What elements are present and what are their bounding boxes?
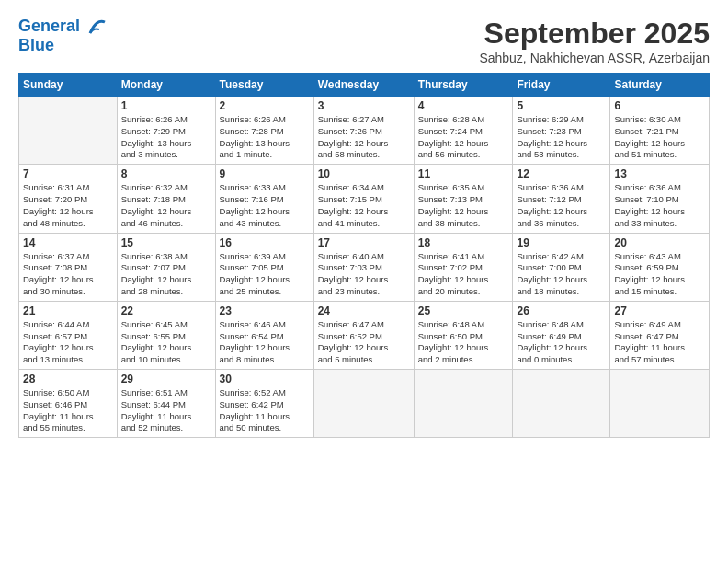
table-row: 11Sunrise: 6:35 AM Sunset: 7:13 PM Dayli…	[414, 165, 513, 233]
day-number: 8	[121, 167, 211, 180]
calendar-week-row: 14Sunrise: 6:37 AM Sunset: 7:08 PM Dayli…	[19, 233, 710, 301]
table-row: 26Sunrise: 6:48 AM Sunset: 6:49 PM Dayli…	[513, 301, 610, 369]
day-info: Sunrise: 6:31 AM Sunset: 7:20 PM Dayligh…	[23, 182, 113, 229]
day-info: Sunrise: 6:51 AM Sunset: 6:44 PM Dayligh…	[121, 387, 211, 434]
day-number: 7	[23, 167, 113, 180]
calendar-table: Sunday Monday Tuesday Wednesday Thursday…	[18, 73, 710, 438]
logo: General Blue	[18, 17, 107, 55]
day-number: 25	[418, 304, 509, 317]
day-number: 14	[23, 236, 113, 249]
calendar-week-row: 1Sunrise: 6:26 AM Sunset: 7:29 PM Daylig…	[19, 97, 710, 165]
day-info: Sunrise: 6:45 AM Sunset: 6:55 PM Dayligh…	[121, 319, 211, 366]
day-info: Sunrise: 6:28 AM Sunset: 7:24 PM Dayligh…	[418, 114, 509, 161]
day-info: Sunrise: 6:49 AM Sunset: 6:47 PM Dayligh…	[614, 319, 705, 366]
header-thursday: Thursday	[414, 74, 513, 97]
logo-text: General	[18, 17, 107, 37]
table-row: 9Sunrise: 6:33 AM Sunset: 7:16 PM Daylig…	[215, 165, 313, 233]
table-row: 5Sunrise: 6:29 AM Sunset: 7:23 PM Daylig…	[513, 97, 610, 165]
day-info: Sunrise: 6:50 AM Sunset: 6:46 PM Dayligh…	[23, 387, 113, 434]
table-row: 18Sunrise: 6:41 AM Sunset: 7:02 PM Dayli…	[414, 233, 513, 301]
calendar-week-row: 28Sunrise: 6:50 AM Sunset: 6:46 PM Dayli…	[19, 370, 710, 438]
day-number: 13	[614, 167, 705, 180]
table-row: 28Sunrise: 6:50 AM Sunset: 6:46 PM Dayli…	[19, 370, 118, 438]
day-number: 11	[418, 167, 509, 180]
table-row: 27Sunrise: 6:49 AM Sunset: 6:47 PM Dayli…	[610, 301, 710, 369]
day-info: Sunrise: 6:37 AM Sunset: 7:08 PM Dayligh…	[23, 251, 113, 298]
day-number: 2	[220, 99, 310, 112]
day-info: Sunrise: 6:46 AM Sunset: 6:54 PM Dayligh…	[220, 319, 310, 366]
day-number: 5	[517, 99, 606, 112]
table-row: 21Sunrise: 6:44 AM Sunset: 6:57 PM Dayli…	[19, 301, 118, 369]
day-number: 15	[121, 236, 211, 249]
header-tuesday: Tuesday	[215, 74, 313, 97]
table-row: 12Sunrise: 6:36 AM Sunset: 7:12 PM Dayli…	[513, 165, 610, 233]
table-row: 2Sunrise: 6:26 AM Sunset: 7:28 PM Daylig…	[215, 97, 313, 165]
day-info: Sunrise: 6:48 AM Sunset: 6:50 PM Dayligh…	[418, 319, 509, 366]
table-row: 1Sunrise: 6:26 AM Sunset: 7:29 PM Daylig…	[117, 97, 215, 165]
day-number: 24	[318, 304, 410, 317]
table-row	[19, 97, 118, 165]
day-info: Sunrise: 6:40 AM Sunset: 7:03 PM Dayligh…	[318, 251, 410, 298]
location: Sahbuz, Nakhichevan ASSR, Azerbaijan	[479, 51, 710, 65]
table-row: 24Sunrise: 6:47 AM Sunset: 6:52 PM Dayli…	[313, 301, 414, 369]
day-number: 10	[318, 167, 410, 180]
table-row: 23Sunrise: 6:46 AM Sunset: 6:54 PM Dayli…	[215, 301, 313, 369]
day-number: 12	[517, 167, 606, 180]
table-row	[414, 370, 513, 438]
day-number: 28	[23, 373, 113, 385]
day-number: 19	[517, 236, 606, 249]
table-row: 20Sunrise: 6:43 AM Sunset: 6:59 PM Dayli…	[610, 233, 710, 301]
header-saturday: Saturday	[610, 74, 710, 97]
day-info: Sunrise: 6:52 AM Sunset: 6:42 PM Dayligh…	[220, 387, 310, 434]
table-row: 3Sunrise: 6:27 AM Sunset: 7:26 PM Daylig…	[313, 97, 414, 165]
day-info: Sunrise: 6:26 AM Sunset: 7:29 PM Dayligh…	[121, 114, 211, 161]
day-info: Sunrise: 6:26 AM Sunset: 7:28 PM Dayligh…	[220, 114, 310, 161]
day-info: Sunrise: 6:29 AM Sunset: 7:23 PM Dayligh…	[517, 114, 606, 161]
table-row: 13Sunrise: 6:36 AM Sunset: 7:10 PM Dayli…	[610, 165, 710, 233]
header-friday: Friday	[513, 74, 610, 97]
day-number: 17	[318, 236, 410, 249]
day-info: Sunrise: 6:36 AM Sunset: 7:10 PM Dayligh…	[614, 182, 705, 229]
day-info: Sunrise: 6:36 AM Sunset: 7:12 PM Dayligh…	[517, 182, 606, 229]
calendar-header-row: Sunday Monday Tuesday Wednesday Thursday…	[19, 74, 710, 97]
day-number: 22	[121, 304, 211, 317]
day-number: 9	[220, 167, 310, 180]
page-header: General Blue September 2025 Sahbuz, Nakh…	[18, 17, 710, 65]
calendar-page: General Blue September 2025 Sahbuz, Nakh…	[0, 0, 728, 563]
header-monday: Monday	[117, 74, 215, 97]
table-row: 16Sunrise: 6:39 AM Sunset: 7:05 PM Dayli…	[215, 233, 313, 301]
day-number: 27	[614, 304, 705, 317]
table-row	[313, 370, 414, 438]
day-number: 20	[614, 236, 705, 249]
day-info: Sunrise: 6:27 AM Sunset: 7:26 PM Dayligh…	[318, 114, 410, 161]
table-row: 19Sunrise: 6:42 AM Sunset: 7:00 PM Dayli…	[513, 233, 610, 301]
day-number: 29	[121, 373, 211, 385]
table-row: 14Sunrise: 6:37 AM Sunset: 7:08 PM Dayli…	[19, 233, 118, 301]
day-info: Sunrise: 6:38 AM Sunset: 7:07 PM Dayligh…	[121, 251, 211, 298]
table-row: 6Sunrise: 6:30 AM Sunset: 7:21 PM Daylig…	[610, 97, 710, 165]
table-row: 17Sunrise: 6:40 AM Sunset: 7:03 PM Dayli…	[313, 233, 414, 301]
day-number: 3	[318, 99, 410, 112]
day-info: Sunrise: 6:30 AM Sunset: 7:21 PM Dayligh…	[614, 114, 705, 161]
header-sunday: Sunday	[19, 74, 118, 97]
day-info: Sunrise: 6:39 AM Sunset: 7:05 PM Dayligh…	[220, 251, 310, 298]
table-row: 25Sunrise: 6:48 AM Sunset: 6:50 PM Dayli…	[414, 301, 513, 369]
day-number: 16	[220, 236, 310, 249]
day-info: Sunrise: 6:43 AM Sunset: 6:59 PM Dayligh…	[614, 251, 705, 298]
table-row: 22Sunrise: 6:45 AM Sunset: 6:55 PM Dayli…	[117, 301, 215, 369]
day-info: Sunrise: 6:34 AM Sunset: 7:15 PM Dayligh…	[318, 182, 410, 229]
day-number: 6	[614, 99, 705, 112]
day-info: Sunrise: 6:32 AM Sunset: 7:18 PM Dayligh…	[121, 182, 211, 229]
day-number: 23	[220, 304, 310, 317]
calendar-week-row: 7Sunrise: 6:31 AM Sunset: 7:20 PM Daylig…	[19, 165, 710, 233]
day-number: 21	[23, 304, 113, 317]
day-info: Sunrise: 6:48 AM Sunset: 6:49 PM Dayligh…	[517, 319, 606, 366]
table-row: 4Sunrise: 6:28 AM Sunset: 7:24 PM Daylig…	[414, 97, 513, 165]
day-number: 4	[418, 99, 509, 112]
day-info: Sunrise: 6:47 AM Sunset: 6:52 PM Dayligh…	[318, 319, 410, 366]
table-row: 7Sunrise: 6:31 AM Sunset: 7:20 PM Daylig…	[19, 165, 118, 233]
table-row: 30Sunrise: 6:52 AM Sunset: 6:42 PM Dayli…	[215, 370, 313, 438]
day-info: Sunrise: 6:41 AM Sunset: 7:02 PM Dayligh…	[418, 251, 509, 298]
calendar-week-row: 21Sunrise: 6:44 AM Sunset: 6:57 PM Dayli…	[19, 301, 710, 369]
day-number: 30	[220, 373, 310, 385]
